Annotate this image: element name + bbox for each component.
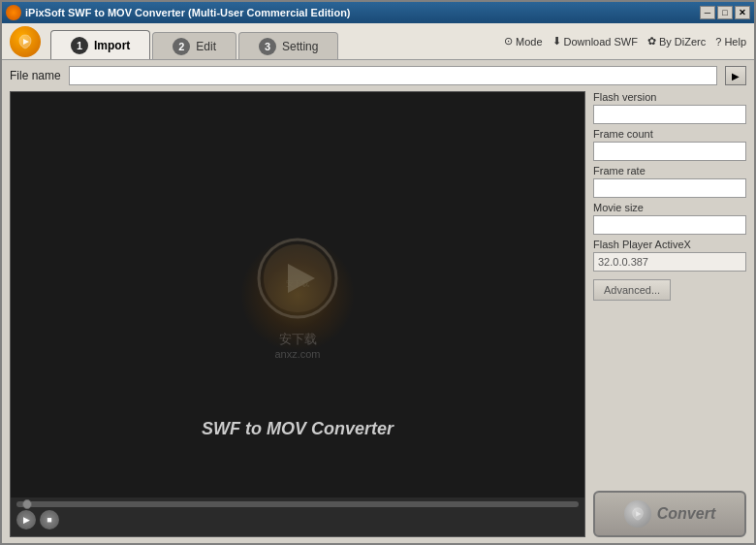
watermark-icon: 安下载: [249, 230, 346, 327]
app-logo-icon: [10, 26, 41, 57]
tab-setting[interactable]: 3 Setting: [238, 32, 338, 59]
flash-version-label: Flash version: [593, 91, 746, 103]
help-icon: ?: [715, 36, 721, 48]
stop-button[interactable]: ■: [40, 510, 59, 529]
flash-version-input[interactable]: [593, 105, 746, 124]
toolbar-right-actions: ⊙ Mode ⬇ Download SWF ✿ By DiZerc ? Help: [504, 35, 746, 48]
svg-text:安下载: 安下载: [286, 279, 309, 288]
browse-button[interactable]: ▶: [725, 66, 746, 85]
preview-video: 安下载 安下载 anxz.com SWF to MOV Converter: [11, 92, 584, 497]
titlebar: iPixSoft SWF to MOV Converter (Multi-Use…: [2, 2, 754, 23]
tab-edit-num: 2: [173, 38, 190, 55]
tab-import[interactable]: 1 Import: [50, 30, 150, 59]
progress-thumb[interactable]: [22, 499, 32, 509]
mode-icon: ⊙: [504, 35, 513, 48]
frame-count-label: Frame count: [593, 128, 746, 140]
browse-icon: ▶: [732, 71, 740, 81]
preview-title: SWF to MOV Converter: [202, 419, 394, 439]
download-label: Download SWF: [564, 36, 638, 48]
watermark: 安下载 安下载 anxz.com: [249, 230, 346, 360]
flash-player-group: Flash Player ActiveX: [593, 239, 746, 272]
titlebar-controls: ─ □ ✕: [700, 6, 750, 19]
movie-size-input[interactable]: [593, 215, 746, 235]
tab-edit[interactable]: 2 Edit: [152, 32, 236, 59]
dizerc-icon: ✿: [647, 35, 656, 48]
filename-input[interactable]: [69, 66, 717, 85]
progress-bar[interactable]: [16, 501, 579, 507]
flash-player-input[interactable]: [593, 252, 746, 272]
convert-icon: [624, 500, 651, 528]
frame-rate-input[interactable]: [593, 178, 746, 198]
window-title: iPixSoft SWF to MOV Converter (Multi-Use…: [25, 7, 351, 18]
titlebar-title-area: iPixSoft SWF to MOV Converter (Multi-Use…: [6, 5, 351, 20]
tab-edit-label: Edit: [196, 40, 216, 53]
tab-setting-num: 3: [259, 38, 276, 55]
mode-button[interactable]: ⊙ Mode: [504, 35, 543, 48]
download-icon: ⬇: [552, 35, 561, 48]
minimize-button[interactable]: ─: [700, 6, 715, 19]
advanced-button[interactable]: Advanced...: [593, 279, 671, 301]
filename-row: File name ▶: [10, 66, 746, 85]
mode-label: Mode: [516, 36, 543, 48]
frame-rate-label: Frame rate: [593, 165, 746, 176]
tab-import-label: Import: [94, 39, 130, 52]
tab-import-num: 1: [71, 37, 88, 54]
movie-size-group: Movie size: [593, 202, 746, 235]
toolbar: 1 Import 2 Edit 3 Setting ⊙ Mode ⬇ Downl…: [2, 23, 754, 60]
dizerc-label: By DiZerc: [659, 36, 706, 48]
playback-controls: ▶ ■: [16, 510, 579, 529]
tab-setting-label: Setting: [282, 40, 318, 53]
frame-count-input[interactable]: [593, 142, 746, 161]
content-area: File name ▶: [2, 60, 754, 543]
close-button[interactable]: ✕: [735, 6, 750, 19]
right-panel: Flash version Frame count Frame rate Mov…: [593, 91, 746, 537]
help-label: Help: [724, 36, 746, 48]
play-button[interactable]: ▶: [16, 510, 36, 529]
titlebar-app-icon: [6, 5, 21, 20]
preview-area: 安下载 安下载 anxz.com SWF to MOV Converter ▶: [10, 91, 585, 537]
download-swf-button[interactable]: ⬇ Download SWF: [552, 35, 638, 48]
preview-controls: ▶ ■: [11, 497, 584, 536]
tab-bar: 1 Import 2 Edit 3 Setting: [50, 23, 500, 59]
help-button[interactable]: ? Help: [715, 36, 746, 48]
main-window: iPixSoft SWF to MOV Converter (Multi-Use…: [0, 0, 756, 545]
filename-label: File name: [10, 69, 61, 82]
frame-rate-group: Frame rate: [593, 165, 746, 198]
flash-version-group: Flash version: [593, 91, 746, 124]
flash-player-label: Flash Player ActiveX: [593, 239, 746, 250]
convert-label: Convert: [657, 505, 715, 523]
frame-count-group: Frame count: [593, 128, 746, 161]
main-area: 安下载 安下载 anxz.com SWF to MOV Converter ▶: [10, 91, 746, 537]
by-dizerc-button[interactable]: ✿ By DiZerc: [647, 35, 706, 48]
convert-button[interactable]: Convert: [593, 491, 746, 537]
restore-button[interactable]: □: [717, 6, 733, 19]
movie-size-label: Movie size: [593, 202, 746, 213]
